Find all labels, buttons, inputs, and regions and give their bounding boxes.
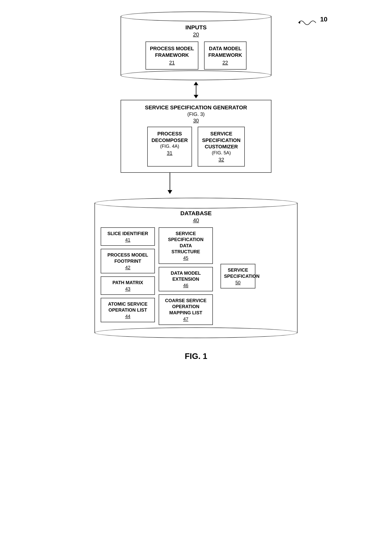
db-left-col: SLICE IDENTIFIER 41 PROCESS MODELFOOTPRI… xyxy=(101,227,155,325)
aso-title: ATOMIC SERVICEOPERATION LIST xyxy=(104,301,151,313)
dme-title: DATA MODELEXTENSION xyxy=(162,270,209,282)
inputs-title: INPUTS xyxy=(127,24,265,31)
ssc-ref: 32 xyxy=(202,157,240,163)
pmf-ref: 21 xyxy=(150,60,194,66)
service-spec-box: SERVICESPECIFICATION 50 xyxy=(220,264,255,288)
db-cylinder-body: DATABASE 40 SLICE IDENTIFIER 41 PROCESS … xyxy=(94,203,298,333)
inputs-cylinder-top xyxy=(121,12,271,21)
ssg-to-db-arrow-area xyxy=(94,173,298,198)
data-model-framework-box: DATA MODELFRAMEWORK 22 xyxy=(204,42,247,70)
figure-caption: FIG. 1 xyxy=(185,352,207,361)
db-grid: SLICE IDENTIFIER 41 PROCESS MODELFOOTPRI… xyxy=(101,227,291,325)
arrow-line xyxy=(196,85,196,95)
csoml-ref: 47 xyxy=(162,316,209,322)
pmfp-ref: 42 xyxy=(104,265,151,270)
db-cylinder-top xyxy=(94,198,298,209)
process-model-framework-box: PROCESS MODELFRAMEWORK 21 xyxy=(145,42,198,70)
pd-subtitle: (FIG. 4A) xyxy=(152,144,188,149)
inputs-ref: 20 xyxy=(127,32,265,38)
ssg-ref: 30 xyxy=(127,118,265,124)
atomic-service-op-box: ATOMIC SERVICEOPERATION LIST 44 xyxy=(101,298,155,322)
squiggle-arrow-icon xyxy=(297,17,320,29)
ssds-title: SERVICESPECIFICATIONDATASTRUCTURE xyxy=(162,231,209,255)
inputs-boxes: PROCESS MODELFRAMEWORK 21 DATA MODELFRAM… xyxy=(127,42,265,70)
inputs-cylinder: INPUTS 20 PROCESS MODELFRAMEWORK 21 DATA… xyxy=(121,12,271,80)
pd-title: PROCESSDECOMPOSER xyxy=(152,131,188,144)
svg-marker-2 xyxy=(168,190,172,194)
pmf-title: PROCESS MODELFRAMEWORK xyxy=(150,45,194,59)
si-ref: 41 xyxy=(104,237,151,243)
csoml-box: COARSE SERVICEOPERATIONMAPPING LIST 47 xyxy=(159,294,213,325)
inputs-cylinder-bottom xyxy=(121,70,271,80)
ref-10-label: 10 xyxy=(320,15,327,23)
db-ref: 40 xyxy=(101,217,291,223)
ssds-box: SERVICESPECIFICATIONDATASTRUCTURE 45 xyxy=(159,227,213,264)
db-right-col: SERVICESPECIFICATION 50 xyxy=(217,227,255,325)
ssg-title: SERVICE SPECIFICATION GENERATOR xyxy=(127,104,265,111)
pd-ref: 31 xyxy=(152,150,188,156)
dme-ref: 46 xyxy=(162,283,209,288)
pm-ref: 43 xyxy=(104,286,151,292)
ssc-subtitle: (FIG. 5A) xyxy=(202,150,240,156)
pm-title: PATH MATRIX xyxy=(104,279,151,286)
ssds-ref: 45 xyxy=(162,255,209,261)
pmfp-title: PROCESS MODELFOOTPRINT xyxy=(104,252,151,264)
ssg-boxes: PROCESSDECOMPOSER (FIG. 4A) 31 SERVICESP… xyxy=(127,127,265,167)
db-title: DATABASE xyxy=(101,210,291,217)
ss-ref: 50 xyxy=(224,280,252,285)
arrow-up-head xyxy=(194,82,198,85)
csoml-title: COARSE SERVICEOPERATIONMAPPING LIST xyxy=(162,297,209,316)
arrow-down-head xyxy=(194,95,198,98)
process-model-footprint-box: PROCESS MODELFOOTPRINT 42 xyxy=(101,249,155,273)
aso-ref: 44 xyxy=(104,314,151,319)
ssc-title: SERVICESPECIFICATIONCUSTOMIZER xyxy=(202,131,240,150)
database-cylinder: DATABASE 40 SLICE IDENTIFIER 41 PROCESS … xyxy=(94,198,298,338)
dmf-title: DATA MODELFRAMEWORK xyxy=(208,45,242,59)
ssg-container: SERVICE SPECIFICATION GENERATOR (FIG. 3)… xyxy=(121,100,271,173)
dmf-ref: 22 xyxy=(208,60,242,66)
db-middle-col: SERVICESPECIFICATIONDATASTRUCTURE 45 DAT… xyxy=(159,227,213,325)
ssc-box: SERVICESPECIFICATIONCUSTOMIZER (FIG. 5A)… xyxy=(198,127,245,167)
slice-identifier-box: SLICE IDENTIFIER 41 xyxy=(101,227,155,246)
diagonal-arrow-icon xyxy=(94,173,298,198)
dme-box: DATA MODELEXTENSION 46 xyxy=(159,267,213,291)
inputs-cylinder-body: INPUTS 20 PROCESS MODELFRAMEWORK 21 DATA… xyxy=(121,16,271,75)
ssg-subtitle: (FIG. 3) xyxy=(127,111,265,118)
ss-title: SERVICESPECIFICATION xyxy=(224,267,252,279)
si-title: SLICE IDENTIFIER xyxy=(104,231,151,237)
path-matrix-box: PATH MATRIX 43 xyxy=(101,276,155,295)
db-cylinder-bottom xyxy=(94,327,298,338)
inputs-to-ssg-arrow xyxy=(194,82,198,98)
process-decomposer-box: PROCESSDECOMPOSER (FIG. 4A) 31 xyxy=(147,127,192,167)
